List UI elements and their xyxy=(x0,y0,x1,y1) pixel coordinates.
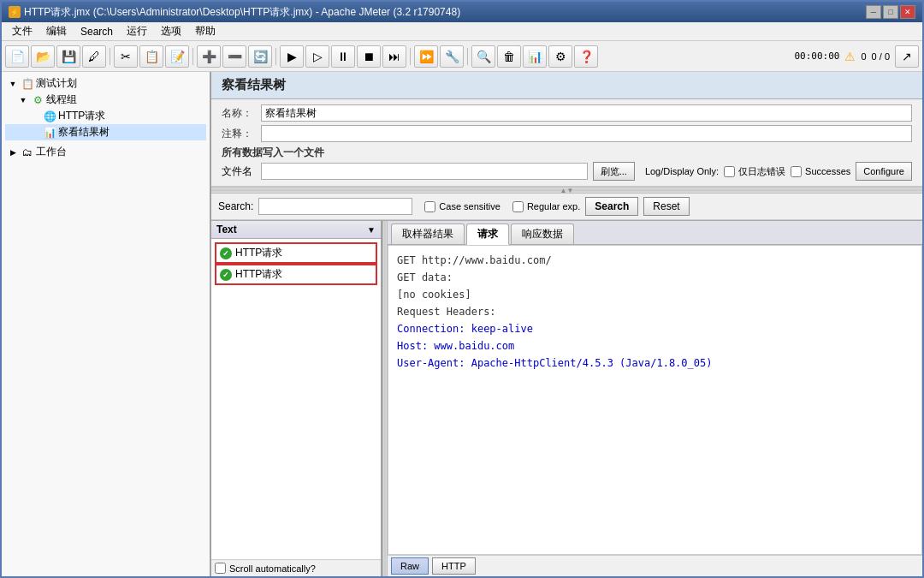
toolbar-extra-btn[interactable]: ↗ xyxy=(895,45,919,68)
tree-item-http-request[interactable]: 🌐 HTTP请求 xyxy=(5,108,206,124)
tab-request[interactable]: 请求 xyxy=(466,223,509,245)
reset-button[interactable]: Reset xyxy=(643,197,689,216)
toolbar-remote-stop-btn[interactable]: 🔧 xyxy=(440,45,464,68)
case-sensitive-label: Case sensitive xyxy=(439,201,500,212)
toolbar-clear-btn[interactable]: 🗑 xyxy=(497,45,521,68)
success-icon-1: ✓ xyxy=(220,247,232,259)
thread-group-icon: ⚙ xyxy=(31,93,44,107)
main-window: ⚡ HTTP请求.jmx (C:\Users\Administrator\Des… xyxy=(0,0,924,578)
test-plan-label: 测试计划 xyxy=(36,76,77,91)
errors-checkbox[interactable] xyxy=(724,166,735,177)
list-sort-arrow[interactable]: ▼ xyxy=(367,225,376,235)
right-panel: 察看结果树 名称： 注释： 所有数据写入一个文件 文件名 刷览... Log/D… xyxy=(211,72,922,576)
regex-checkbox[interactable] xyxy=(512,201,524,212)
expand-icon2[interactable]: ▼ xyxy=(17,94,29,106)
browse-button[interactable]: 刷览... xyxy=(593,162,635,181)
content-line-3: GET data: xyxy=(397,270,913,285)
case-sensitive-checkbox[interactable] xyxy=(424,201,435,212)
menu-run[interactable]: 运行 xyxy=(120,22,154,40)
toolbar-new-btn[interactable]: 📄 xyxy=(5,45,29,68)
filename-input[interactable] xyxy=(261,163,588,180)
test-counter: 0 / 0 xyxy=(872,51,890,62)
menu-options[interactable]: 选项 xyxy=(154,22,188,40)
toolbar-shutdown-btn[interactable]: ⏭ xyxy=(382,45,406,68)
window-controls: ─ □ ✕ xyxy=(866,5,915,19)
regex-label: Regular exp. xyxy=(527,201,580,212)
toolbar-remote-start-btn[interactable]: ⏩ xyxy=(414,45,438,68)
list-header: Text ▼ xyxy=(211,221,381,239)
toolbar-save-btn[interactable]: 💾 xyxy=(56,45,80,68)
list-item[interactable]: ✓ HTTP请求 xyxy=(215,264,377,285)
expand-icon5[interactable]: ▶ xyxy=(7,146,19,158)
log-display-label: Log/Display Only: xyxy=(645,166,719,176)
format-raw-btn[interactable]: Raw xyxy=(391,557,429,575)
section-title: 所有数据写入一个文件 xyxy=(222,146,912,160)
format-http-btn[interactable]: HTTP xyxy=(432,557,476,575)
toolbar-save-as-btn[interactable]: 🖊 xyxy=(82,45,106,68)
comment-label: 注释： xyxy=(222,127,256,141)
toolbar-cut-btn[interactable]: ✂ xyxy=(114,45,138,68)
toolbar-paste-btn[interactable]: 📝 xyxy=(165,45,189,68)
panel-header: 察看结果树 xyxy=(211,72,922,99)
menu-file[interactable]: 文件 xyxy=(5,22,39,40)
case-sensitive-group: Case sensitive xyxy=(424,201,500,212)
http-request-label: HTTP请求 xyxy=(58,109,105,123)
maximize-button[interactable]: □ xyxy=(883,5,898,19)
toolbar-stop-btn[interactable]: ⏹ xyxy=(357,45,381,68)
configure-button[interactable]: Configure xyxy=(856,162,912,181)
errors-label: 仅日志错误 xyxy=(738,165,785,178)
minimize-button[interactable]: ─ xyxy=(866,5,881,19)
toolbar-pause-btn[interactable]: ⏸ xyxy=(331,45,355,68)
toolbar-add-btn[interactable]: ➕ xyxy=(197,45,221,68)
content-line-9: Connection: keep-alive xyxy=(397,321,913,337)
comment-input[interactable] xyxy=(261,125,912,142)
scroll-auto-checkbox[interactable] xyxy=(215,563,226,574)
toolbar-reset-btn[interactable]: 🔄 xyxy=(248,45,272,68)
close-button[interactable]: ✕ xyxy=(900,5,915,19)
horizontal-divider[interactable]: ▲▼ xyxy=(211,187,922,194)
list-item[interactable]: ✓ HTTP请求 xyxy=(215,242,377,264)
main-area: ▼ 📋 测试计划 ▼ ⚙ 线程组 🌐 HTTP请求 📊 察看结果树 ▶ xyxy=(2,72,922,576)
window-title: HTTP请求.jmx (C:\Users\Administrator\Deskt… xyxy=(24,5,460,20)
toolbar-open-btn[interactable]: 📂 xyxy=(31,45,55,68)
search-input[interactable] xyxy=(258,198,412,215)
tree-item-test-plan[interactable]: ▼ 📋 测试计划 xyxy=(5,75,206,92)
toolbar-remove-btn[interactable]: ➖ xyxy=(222,45,246,68)
expand-icon[interactable]: ▼ xyxy=(7,78,19,90)
toolbar-aggregate-btn[interactable]: 📊 xyxy=(523,45,547,68)
tree-item-result-tree[interactable]: 📊 察看结果树 xyxy=(5,124,206,140)
content-line-1: GET http://www.baidu.com/ xyxy=(397,253,913,268)
successes-checkbox-group: Successes xyxy=(791,166,850,177)
successes-checkbox[interactable] xyxy=(791,166,802,177)
tree-item-workbench[interactable]: ▶ 🗂 工作台 xyxy=(5,144,206,160)
toolbar-right: 00:00:00 ⚠ 0 0 / 0 ↗ xyxy=(794,45,919,68)
sep3 xyxy=(275,48,276,65)
successes-label: Successes xyxy=(805,166,850,176)
tree-panel: ▼ 📋 测试计划 ▼ ⚙ 线程组 🌐 HTTP请求 📊 察看结果树 ▶ xyxy=(2,72,211,576)
search-button[interactable]: Search xyxy=(585,197,638,216)
errors-checkbox-group: 仅日志错误 xyxy=(724,165,785,178)
name-input[interactable] xyxy=(261,104,912,122)
menu-search[interactable]: Search xyxy=(74,24,120,39)
menu-bar: 文件 编辑 Search 运行 选项 帮助 xyxy=(2,22,922,41)
tree-item-thread-group[interactable]: ▼ ⚙ 线程组 xyxy=(5,92,206,108)
menu-help[interactable]: 帮助 xyxy=(188,22,222,40)
result-tree-label: 察看结果树 xyxy=(58,125,110,140)
sep4 xyxy=(410,48,411,65)
toolbar-start-no-pause-btn[interactable]: ▷ xyxy=(305,45,329,68)
toolbar-search-btn[interactable]: 🔍 xyxy=(471,45,495,68)
error-count: 0 xyxy=(861,51,866,62)
http-request-icon: 🌐 xyxy=(43,110,56,123)
list-pane: Text ▼ ✓ HTTP请求 ✓ HTTP请求 xyxy=(211,221,382,576)
list-body: ✓ HTTP请求 ✓ HTTP请求 xyxy=(211,239,381,559)
toolbar-help-btn[interactable]: ❓ xyxy=(574,45,598,68)
toolbar-log-btn[interactable]: ⚙ xyxy=(548,45,572,68)
toolbar-copy-btn[interactable]: 📋 xyxy=(139,45,163,68)
toolbar-start-btn[interactable]: ▶ xyxy=(280,45,304,68)
result-tree-icon: 📊 xyxy=(43,126,56,140)
menu-edit[interactable]: 编辑 xyxy=(39,22,74,40)
expand-icon4 xyxy=(29,127,41,139)
tab-sampler[interactable]: 取样器结果 xyxy=(391,223,465,244)
content-pane: 取样器结果 请求 响应数据 GET http://www.baidu.com/ … xyxy=(388,221,922,576)
tab-response[interactable]: 响应数据 xyxy=(511,223,574,244)
